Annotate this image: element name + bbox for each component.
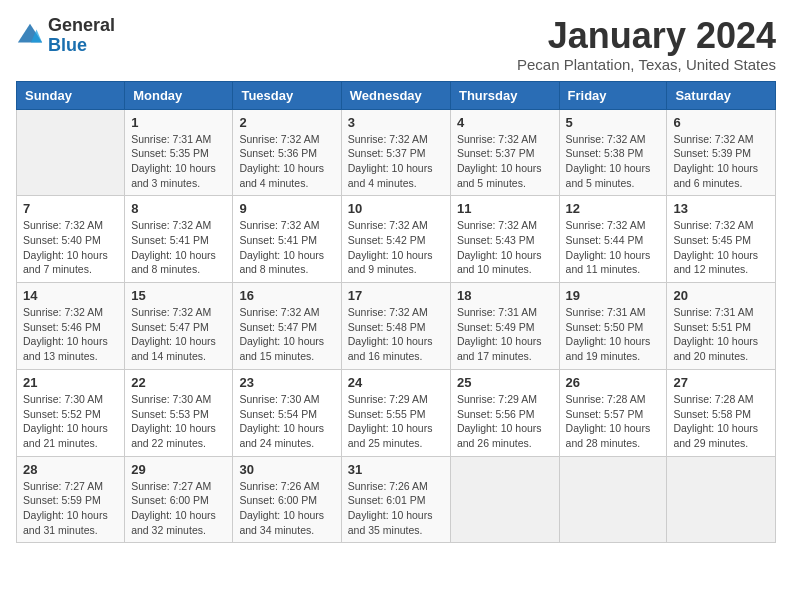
header-cell-monday: Monday <box>125 81 233 109</box>
calendar-cell: 9Sunrise: 7:32 AM Sunset: 5:41 PM Daylig… <box>233 196 341 283</box>
calendar-cell: 20Sunrise: 7:31 AM Sunset: 5:51 PM Dayli… <box>667 283 776 370</box>
day-number: 6 <box>673 115 769 130</box>
day-number: 1 <box>131 115 226 130</box>
day-info: Sunrise: 7:31 AM Sunset: 5:35 PM Dayligh… <box>131 132 226 191</box>
day-info: Sunrise: 7:32 AM Sunset: 5:46 PM Dayligh… <box>23 305 118 364</box>
calendar-cell <box>17 109 125 196</box>
day-info: Sunrise: 7:29 AM Sunset: 5:55 PM Dayligh… <box>348 392 444 451</box>
day-info: Sunrise: 7:30 AM Sunset: 5:52 PM Dayligh… <box>23 392 118 451</box>
calendar-cell: 1Sunrise: 7:31 AM Sunset: 5:35 PM Daylig… <box>125 109 233 196</box>
header-cell-tuesday: Tuesday <box>233 81 341 109</box>
day-number: 4 <box>457 115 553 130</box>
day-info: Sunrise: 7:32 AM Sunset: 5:36 PM Dayligh… <box>239 132 334 191</box>
calendar-cell: 15Sunrise: 7:32 AM Sunset: 5:47 PM Dayli… <box>125 283 233 370</box>
day-number: 9 <box>239 201 334 216</box>
day-number: 12 <box>566 201 661 216</box>
calendar-cell <box>450 456 559 543</box>
day-number: 21 <box>23 375 118 390</box>
header-cell-saturday: Saturday <box>667 81 776 109</box>
day-number: 17 <box>348 288 444 303</box>
calendar-cell: 2Sunrise: 7:32 AM Sunset: 5:36 PM Daylig… <box>233 109 341 196</box>
header-cell-sunday: Sunday <box>17 81 125 109</box>
day-number: 28 <box>23 462 118 477</box>
week-row-2: 7Sunrise: 7:32 AM Sunset: 5:40 PM Daylig… <box>17 196 776 283</box>
day-number: 13 <box>673 201 769 216</box>
calendar-cell: 6Sunrise: 7:32 AM Sunset: 5:39 PM Daylig… <box>667 109 776 196</box>
day-number: 26 <box>566 375 661 390</box>
day-info: Sunrise: 7:32 AM Sunset: 5:44 PM Dayligh… <box>566 218 661 277</box>
header-cell-friday: Friday <box>559 81 667 109</box>
day-number: 29 <box>131 462 226 477</box>
day-number: 14 <box>23 288 118 303</box>
day-info: Sunrise: 7:32 AM Sunset: 5:40 PM Dayligh… <box>23 218 118 277</box>
calendar-cell: 11Sunrise: 7:32 AM Sunset: 5:43 PM Dayli… <box>450 196 559 283</box>
calendar-cell <box>559 456 667 543</box>
day-number: 30 <box>239 462 334 477</box>
calendar-subtitle: Pecan Plantation, Texas, United States <box>517 56 776 73</box>
calendar-cell: 13Sunrise: 7:32 AM Sunset: 5:45 PM Dayli… <box>667 196 776 283</box>
calendar-cell: 16Sunrise: 7:32 AM Sunset: 5:47 PM Dayli… <box>233 283 341 370</box>
day-number: 19 <box>566 288 661 303</box>
day-info: Sunrise: 7:32 AM Sunset: 5:48 PM Dayligh… <box>348 305 444 364</box>
logo-text: General Blue <box>48 16 115 56</box>
day-info: Sunrise: 7:26 AM Sunset: 6:01 PM Dayligh… <box>348 479 444 538</box>
calendar-cell: 27Sunrise: 7:28 AM Sunset: 5:58 PM Dayli… <box>667 369 776 456</box>
day-number: 11 <box>457 201 553 216</box>
calendar-cell: 18Sunrise: 7:31 AM Sunset: 5:49 PM Dayli… <box>450 283 559 370</box>
logo: General Blue <box>16 16 115 56</box>
calendar-cell: 24Sunrise: 7:29 AM Sunset: 5:55 PM Dayli… <box>341 369 450 456</box>
day-info: Sunrise: 7:29 AM Sunset: 5:56 PM Dayligh… <box>457 392 553 451</box>
day-info: Sunrise: 7:31 AM Sunset: 5:50 PM Dayligh… <box>566 305 661 364</box>
logo-blue: Blue <box>48 36 115 56</box>
calendar-cell: 31Sunrise: 7:26 AM Sunset: 6:01 PM Dayli… <box>341 456 450 543</box>
day-number: 18 <box>457 288 553 303</box>
day-info: Sunrise: 7:32 AM Sunset: 5:45 PM Dayligh… <box>673 218 769 277</box>
calendar-cell: 5Sunrise: 7:32 AM Sunset: 5:38 PM Daylig… <box>559 109 667 196</box>
day-number: 7 <box>23 201 118 216</box>
day-number: 5 <box>566 115 661 130</box>
calendar-cell: 19Sunrise: 7:31 AM Sunset: 5:50 PM Dayli… <box>559 283 667 370</box>
calendar-cell: 3Sunrise: 7:32 AM Sunset: 5:37 PM Daylig… <box>341 109 450 196</box>
week-row-1: 1Sunrise: 7:31 AM Sunset: 5:35 PM Daylig… <box>17 109 776 196</box>
day-info: Sunrise: 7:27 AM Sunset: 6:00 PM Dayligh… <box>131 479 226 538</box>
calendar-cell: 12Sunrise: 7:32 AM Sunset: 5:44 PM Dayli… <box>559 196 667 283</box>
day-info: Sunrise: 7:30 AM Sunset: 5:53 PM Dayligh… <box>131 392 226 451</box>
day-number: 25 <box>457 375 553 390</box>
day-number: 20 <box>673 288 769 303</box>
calendar-cell: 8Sunrise: 7:32 AM Sunset: 5:41 PM Daylig… <box>125 196 233 283</box>
day-number: 2 <box>239 115 334 130</box>
calendar-cell: 30Sunrise: 7:26 AM Sunset: 6:00 PM Dayli… <box>233 456 341 543</box>
day-info: Sunrise: 7:32 AM Sunset: 5:47 PM Dayligh… <box>131 305 226 364</box>
day-info: Sunrise: 7:31 AM Sunset: 5:51 PM Dayligh… <box>673 305 769 364</box>
calendar-cell: 25Sunrise: 7:29 AM Sunset: 5:56 PM Dayli… <box>450 369 559 456</box>
week-row-5: 28Sunrise: 7:27 AM Sunset: 5:59 PM Dayli… <box>17 456 776 543</box>
day-number: 10 <box>348 201 444 216</box>
week-row-4: 21Sunrise: 7:30 AM Sunset: 5:52 PM Dayli… <box>17 369 776 456</box>
page-header: General Blue January 2024 Pecan Plantati… <box>16 16 776 73</box>
day-info: Sunrise: 7:32 AM Sunset: 5:39 PM Dayligh… <box>673 132 769 191</box>
day-info: Sunrise: 7:32 AM Sunset: 5:47 PM Dayligh… <box>239 305 334 364</box>
day-info: Sunrise: 7:26 AM Sunset: 6:00 PM Dayligh… <box>239 479 334 538</box>
day-number: 16 <box>239 288 334 303</box>
calendar-cell: 7Sunrise: 7:32 AM Sunset: 5:40 PM Daylig… <box>17 196 125 283</box>
calendar-body: 1Sunrise: 7:31 AM Sunset: 5:35 PM Daylig… <box>17 109 776 543</box>
day-info: Sunrise: 7:32 AM Sunset: 5:43 PM Dayligh… <box>457 218 553 277</box>
calendar-title: January 2024 <box>517 16 776 56</box>
day-info: Sunrise: 7:28 AM Sunset: 5:58 PM Dayligh… <box>673 392 769 451</box>
day-number: 15 <box>131 288 226 303</box>
calendar-cell: 23Sunrise: 7:30 AM Sunset: 5:54 PM Dayli… <box>233 369 341 456</box>
day-info: Sunrise: 7:28 AM Sunset: 5:57 PM Dayligh… <box>566 392 661 451</box>
calendar-cell: 10Sunrise: 7:32 AM Sunset: 5:42 PM Dayli… <box>341 196 450 283</box>
day-number: 27 <box>673 375 769 390</box>
day-number: 23 <box>239 375 334 390</box>
day-info: Sunrise: 7:27 AM Sunset: 5:59 PM Dayligh… <box>23 479 118 538</box>
calendar-cell: 14Sunrise: 7:32 AM Sunset: 5:46 PM Dayli… <box>17 283 125 370</box>
day-number: 24 <box>348 375 444 390</box>
calendar-cell: 4Sunrise: 7:32 AM Sunset: 5:37 PM Daylig… <box>450 109 559 196</box>
day-info: Sunrise: 7:30 AM Sunset: 5:54 PM Dayligh… <box>239 392 334 451</box>
calendar-cell <box>667 456 776 543</box>
day-number: 8 <box>131 201 226 216</box>
week-row-3: 14Sunrise: 7:32 AM Sunset: 5:46 PM Dayli… <box>17 283 776 370</box>
title-block: January 2024 Pecan Plantation, Texas, Un… <box>517 16 776 73</box>
day-info: Sunrise: 7:32 AM Sunset: 5:38 PM Dayligh… <box>566 132 661 191</box>
